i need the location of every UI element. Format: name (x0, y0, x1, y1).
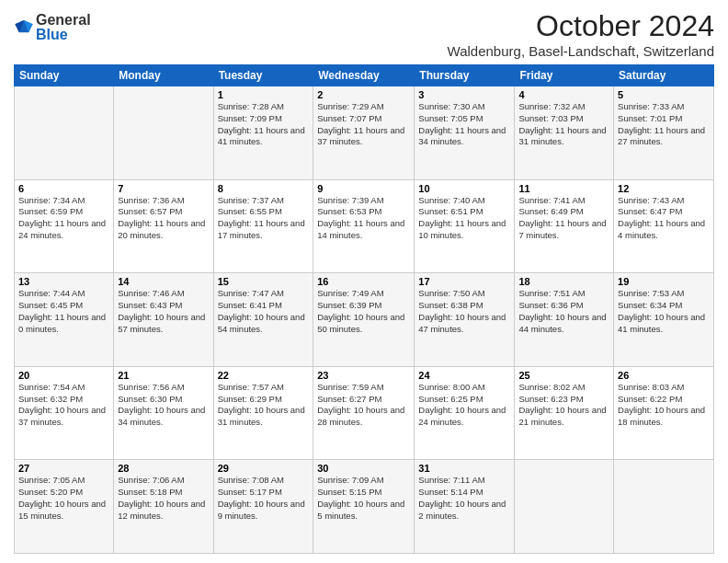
day-number: 15 (218, 276, 310, 287)
location-title: Waldenburg, Basel-Landschaft, Switzerlan… (448, 43, 714, 59)
table-row (614, 460, 714, 554)
day-detail: Sunrise: 7:28 AMSunset: 7:09 PMDaylight:… (218, 101, 310, 148)
day-number: 16 (317, 276, 410, 287)
day-number: 13 (18, 276, 109, 287)
day-number: 29 (218, 463, 310, 474)
table-row: 24Sunrise: 8:00 AMSunset: 6:25 PMDayligh… (415, 366, 515, 460)
day-detail: Sunrise: 7:54 AMSunset: 6:32 PMDaylight:… (18, 382, 109, 429)
day-detail: Sunrise: 7:05 AMSunset: 5:20 PMDaylight:… (18, 475, 109, 522)
table-row: 12Sunrise: 7:43 AMSunset: 6:47 PMDayligh… (614, 179, 714, 273)
calendar-week-row: 1Sunrise: 7:28 AMSunset: 7:09 PMDaylight… (15, 86, 714, 180)
day-number: 12 (618, 183, 710, 194)
table-row: 1Sunrise: 7:28 AMSunset: 7:09 PMDaylight… (213, 86, 313, 180)
col-sunday: Sunday (15, 65, 114, 86)
day-number: 17 (418, 276, 510, 287)
calendar-table: Sunday Monday Tuesday Wednesday Thursday… (14, 64, 714, 554)
table-row: 26Sunrise: 8:03 AMSunset: 6:22 PMDayligh… (614, 366, 714, 460)
day-number: 20 (18, 370, 109, 381)
day-detail: Sunrise: 7:06 AMSunset: 5:18 PMDaylight:… (118, 475, 209, 522)
day-detail: Sunrise: 7:53 AMSunset: 6:34 PMDaylight:… (618, 288, 710, 335)
logo-text: General Blue (36, 13, 91, 42)
day-detail: Sunrise: 7:30 AMSunset: 7:05 PMDaylight:… (418, 101, 510, 148)
day-detail: Sunrise: 7:40 AMSunset: 6:51 PMDaylight:… (418, 195, 510, 242)
logo-blue: Blue (36, 28, 91, 42)
table-row (114, 86, 213, 180)
day-detail: Sunrise: 7:32 AMSunset: 7:03 PMDaylight:… (518, 101, 609, 148)
table-row: 11Sunrise: 7:41 AMSunset: 6:49 PMDayligh… (515, 179, 614, 273)
logo: General Blue (14, 13, 91, 42)
day-detail: Sunrise: 7:37 AMSunset: 6:55 PMDaylight:… (218, 195, 310, 242)
title-block: October 2024 Waldenburg, Basel-Landschaf… (448, 9, 714, 59)
table-row: 15Sunrise: 7:47 AMSunset: 6:41 PMDayligh… (213, 273, 313, 367)
table-row: 10Sunrise: 7:40 AMSunset: 6:51 PMDayligh… (415, 179, 515, 273)
calendar-week-row: 27Sunrise: 7:05 AMSunset: 5:20 PMDayligh… (15, 460, 714, 554)
calendar-header-row: Sunday Monday Tuesday Wednesday Thursday… (15, 65, 714, 86)
day-number: 22 (218, 370, 310, 381)
table-row: 30Sunrise: 7:09 AMSunset: 5:15 PMDayligh… (313, 460, 415, 554)
table-row: 3Sunrise: 7:30 AMSunset: 7:05 PMDaylight… (415, 86, 515, 180)
day-detail: Sunrise: 7:44 AMSunset: 6:45 PMDaylight:… (18, 288, 109, 335)
table-row: 21Sunrise: 7:56 AMSunset: 6:30 PMDayligh… (114, 366, 213, 460)
table-row: 16Sunrise: 7:49 AMSunset: 6:39 PMDayligh… (313, 273, 415, 367)
page: General Blue October 2024 Waldenburg, Ba… (0, 0, 728, 563)
header: General Blue October 2024 Waldenburg, Ba… (14, 9, 714, 59)
logo-icon (14, 17, 34, 38)
day-number: 31 (418, 463, 510, 474)
col-thursday: Thursday (415, 65, 515, 86)
table-row: 23Sunrise: 7:59 AMSunset: 6:27 PMDayligh… (313, 366, 415, 460)
day-detail: Sunrise: 7:41 AMSunset: 6:49 PMDaylight:… (518, 195, 609, 242)
day-number: 1 (218, 89, 310, 100)
table-row: 29Sunrise: 7:08 AMSunset: 5:17 PMDayligh… (213, 460, 313, 554)
table-row: 13Sunrise: 7:44 AMSunset: 6:45 PMDayligh… (15, 273, 114, 367)
calendar-week-row: 6Sunrise: 7:34 AMSunset: 6:59 PMDaylight… (15, 179, 714, 273)
day-number: 5 (618, 89, 710, 100)
day-number: 6 (18, 183, 109, 194)
table-row: 20Sunrise: 7:54 AMSunset: 6:32 PMDayligh… (15, 366, 114, 460)
day-number: 3 (418, 89, 510, 100)
day-detail: Sunrise: 7:34 AMSunset: 6:59 PMDaylight:… (18, 195, 109, 242)
day-detail: Sunrise: 7:39 AMSunset: 6:53 PMDaylight:… (317, 195, 410, 242)
day-detail: Sunrise: 7:33 AMSunset: 7:01 PMDaylight:… (618, 101, 710, 148)
day-number: 23 (317, 370, 410, 381)
day-number: 7 (118, 183, 209, 194)
day-number: 21 (118, 370, 209, 381)
day-detail: Sunrise: 7:08 AMSunset: 5:17 PMDaylight:… (218, 475, 310, 522)
table-row: 7Sunrise: 7:36 AMSunset: 6:57 PMDaylight… (114, 179, 213, 273)
table-row: 27Sunrise: 7:05 AMSunset: 5:20 PMDayligh… (15, 460, 114, 554)
day-detail: Sunrise: 7:43 AMSunset: 6:47 PMDaylight:… (618, 195, 710, 242)
table-row: 5Sunrise: 7:33 AMSunset: 7:01 PMDaylight… (614, 86, 714, 180)
day-detail: Sunrise: 7:50 AMSunset: 6:38 PMDaylight:… (418, 288, 510, 335)
day-number: 30 (317, 463, 410, 474)
calendar-week-row: 20Sunrise: 7:54 AMSunset: 6:32 PMDayligh… (15, 366, 714, 460)
col-friday: Friday (515, 65, 614, 86)
day-detail: Sunrise: 7:59 AMSunset: 6:27 PMDaylight:… (317, 382, 410, 429)
day-detail: Sunrise: 7:11 AMSunset: 5:14 PMDaylight:… (418, 475, 510, 522)
table-row: 28Sunrise: 7:06 AMSunset: 5:18 PMDayligh… (114, 460, 213, 554)
table-row: 2Sunrise: 7:29 AMSunset: 7:07 PMDaylight… (313, 86, 415, 180)
day-number: 25 (518, 370, 609, 381)
day-number: 4 (518, 89, 609, 100)
day-detail: Sunrise: 8:00 AMSunset: 6:25 PMDaylight:… (418, 382, 510, 429)
day-number: 18 (518, 276, 609, 287)
day-detail: Sunrise: 7:47 AMSunset: 6:41 PMDaylight:… (218, 288, 310, 335)
table-row: 22Sunrise: 7:57 AMSunset: 6:29 PMDayligh… (213, 366, 313, 460)
day-number: 8 (218, 183, 310, 194)
day-detail: Sunrise: 7:46 AMSunset: 6:43 PMDaylight:… (118, 288, 209, 335)
day-detail: Sunrise: 7:09 AMSunset: 5:15 PMDaylight:… (317, 475, 410, 522)
table-row: 17Sunrise: 7:50 AMSunset: 6:38 PMDayligh… (415, 273, 515, 367)
day-number: 27 (18, 463, 109, 474)
day-detail: Sunrise: 8:02 AMSunset: 6:23 PMDaylight:… (518, 382, 609, 429)
col-tuesday: Tuesday (213, 65, 313, 86)
calendar-week-row: 13Sunrise: 7:44 AMSunset: 6:45 PMDayligh… (15, 273, 714, 367)
day-detail: Sunrise: 7:56 AMSunset: 6:30 PMDaylight:… (118, 382, 209, 429)
day-detail: Sunrise: 8:03 AMSunset: 6:22 PMDaylight:… (618, 382, 710, 429)
table-row: 19Sunrise: 7:53 AMSunset: 6:34 PMDayligh… (614, 273, 714, 367)
day-number: 9 (317, 183, 410, 194)
table-row: 14Sunrise: 7:46 AMSunset: 6:43 PMDayligh… (114, 273, 213, 367)
day-number: 24 (418, 370, 510, 381)
day-number: 11 (518, 183, 609, 194)
month-title: October 2024 (448, 9, 714, 43)
col-wednesday: Wednesday (313, 65, 415, 86)
table-row: 18Sunrise: 7:51 AMSunset: 6:36 PMDayligh… (515, 273, 614, 367)
day-detail: Sunrise: 7:57 AMSunset: 6:29 PMDaylight:… (218, 382, 310, 429)
